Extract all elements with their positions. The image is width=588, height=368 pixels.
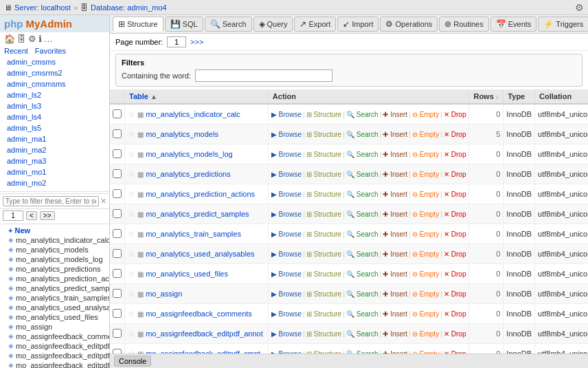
structure-link[interactable]: ⊞ Structure (306, 250, 341, 258)
drop-link[interactable]: ✕ Drop (444, 310, 466, 318)
star-icon[interactable]: ☆ (128, 269, 135, 279)
drop-link[interactable]: ✕ Drop (444, 290, 466, 298)
insert-link[interactable]: ✚ Insert (383, 191, 407, 198)
table-name-link[interactable]: mo_analytics_used_analysables (146, 250, 254, 258)
db-list-item[interactable]: admin_ma1 (0, 133, 109, 144)
row-checkbox[interactable] (113, 149, 122, 158)
star-icon[interactable]: ☆ (128, 289, 135, 299)
db-list-item[interactable]: admin_ls4 (0, 111, 109, 122)
empty-link[interactable]: ⊖ Empty (412, 191, 439, 198)
star-icon[interactable]: ☆ (128, 149, 135, 159)
more-sidebar-icon[interactable]: … (44, 34, 53, 44)
browse-link[interactable]: ▶ Browse (271, 290, 302, 298)
empty-link[interactable]: ⊖ Empty (412, 290, 439, 298)
browse-link[interactable]: ▶ Browse (271, 191, 302, 198)
drop-link[interactable]: ✕ Drop (444, 151, 466, 158)
row-checkbox[interactable] (113, 309, 122, 318)
table-name-link[interactable]: mo_analytics_train_samples (146, 230, 241, 238)
row-checkbox[interactable] (113, 249, 122, 258)
filter-input[interactable] (195, 69, 332, 82)
db-tree-item[interactable]: ◈mo_assign (0, 322, 109, 332)
empty-link[interactable]: ⊖ Empty (412, 250, 439, 258)
browse-link[interactable]: ▶ Browse (271, 111, 302, 118)
settings-icon[interactable]: ⚙ (28, 34, 36, 44)
search-link[interactable]: 🔍 Search (346, 171, 378, 178)
database-link[interactable]: Database: admin_mo4 (91, 3, 167, 12)
empty-link[interactable]: ⊖ Empty (412, 270, 439, 278)
browse-link[interactable]: ▶ Browse (271, 151, 302, 158)
tab-search[interactable]: 🔍Search (205, 17, 252, 32)
insert-link[interactable]: ✚ Insert (383, 290, 407, 298)
header-table[interactable]: Table ▲ (125, 89, 269, 104)
browse-link[interactable]: ▶ Browse (271, 210, 302, 218)
search-link[interactable]: 🔍 Search (346, 230, 378, 238)
tab-query[interactable]: ◈Query (253, 17, 293, 32)
drop-link[interactable]: ✕ Drop (444, 230, 466, 238)
info-icon[interactable]: ℹ (38, 34, 42, 44)
db-icon-sidebar[interactable]: 🗄 (17, 34, 26, 44)
db-tree-item[interactable]: ◈mo_analytics_used_files (0, 312, 109, 322)
structure-link[interactable]: ⊞ Structure (306, 111, 341, 118)
empty-link[interactable]: ⊖ Empty (412, 131, 439, 138)
gear-icon[interactable]: ⚙ (575, 2, 584, 13)
favorites-link[interactable]: Favorites (35, 47, 66, 55)
db-tree-item[interactable]: ◈mo_analytics_prediction_acti (0, 274, 109, 283)
db-filter-clear[interactable]: ✕ (100, 197, 106, 206)
row-checkbox[interactable] (113, 329, 122, 338)
table-name-link[interactable]: mo_analytics_models_log (146, 150, 233, 158)
star-icon[interactable]: ☆ (128, 329, 135, 338)
search-link[interactable]: 🔍 Search (346, 270, 378, 278)
db-list-item[interactable]: admin_mo3 (0, 188, 109, 190)
insert-link[interactable]: ✚ Insert (383, 210, 407, 218)
structure-link[interactable]: ⊞ Structure (306, 310, 341, 318)
browse-link[interactable]: ▶ Browse (271, 171, 302, 178)
empty-link[interactable]: ⊖ Empty (412, 210, 439, 218)
db-page-input[interactable] (3, 210, 23, 221)
db-tree-item[interactable]: ◈mo_assignfeedback_editpdf_ (0, 351, 109, 360)
search-link[interactable]: 🔍 Search (346, 210, 378, 218)
db-list-item[interactable]: admin_mo2 (0, 177, 109, 188)
row-checkbox[interactable] (113, 189, 122, 198)
insert-link[interactable]: ✚ Insert (383, 111, 407, 118)
console-button[interactable]: Console (114, 356, 151, 367)
db-tree-item[interactable]: ◈mo_analytics_indicator_calc (0, 235, 109, 245)
insert-link[interactable]: ✚ Insert (383, 250, 407, 258)
table-name-link[interactable]: mo_analytics_predict_samples (146, 210, 249, 218)
table-name-link[interactable]: mo_analytics_prediction_actions (146, 190, 255, 198)
drop-link[interactable]: ✕ Drop (444, 171, 466, 178)
db-tree-item[interactable]: ◈mo_analytics_used_analysab (0, 303, 109, 312)
tab-routines[interactable]: ⊛Routines (439, 17, 488, 32)
tab-import[interactable]: ↙Import (337, 17, 378, 32)
structure-link[interactable]: ⊞ Structure (306, 131, 341, 138)
db-tree-item[interactable]: ◈mo_analytics_models (0, 245, 109, 255)
table-name-link[interactable]: mo_assignfeedback_comments (146, 310, 252, 318)
db-list-item[interactable]: admin_cmsms (0, 56, 109, 67)
table-name-link[interactable]: mo_analytics_models (146, 130, 218, 138)
star-icon[interactable]: ☆ (128, 229, 135, 239)
structure-link[interactable]: ⊞ Structure (306, 210, 341, 218)
star-icon[interactable]: ☆ (128, 189, 135, 199)
row-checkbox[interactable] (113, 349, 122, 354)
db-nav-next[interactable]: >> (40, 211, 55, 220)
star-icon[interactable]: ☆ (128, 129, 135, 139)
db-list-item[interactable]: admin_ls3 (0, 100, 109, 111)
db-list-item[interactable]: admin_cmsmsms (0, 78, 109, 89)
search-link[interactable]: 🔍 Search (346, 151, 378, 158)
search-link[interactable]: 🔍 Search (346, 290, 378, 298)
star-icon[interactable]: ☆ (128, 309, 135, 318)
table-name-link[interactable]: mo_analytics_predictions (146, 170, 231, 178)
tab-structure[interactable]: ⊞Structure (113, 17, 163, 32)
row-checkbox[interactable] (113, 289, 122, 298)
search-link[interactable]: 🔍 Search (346, 330, 378, 338)
search-link[interactable]: 🔍 Search (346, 191, 378, 198)
empty-link[interactable]: ⊖ Empty (412, 171, 439, 178)
db-tree-item[interactable]: ◈mo_analytics_train_samples (0, 293, 109, 303)
empty-link[interactable]: ⊖ Empty (412, 310, 439, 318)
row-checkbox[interactable] (113, 269, 122, 278)
home-icon[interactable]: 🏠 (4, 34, 15, 44)
table-name-link[interactable]: mo_assignfeedback_editpdf_annot (146, 329, 263, 338)
empty-link[interactable]: ⊖ Empty (412, 330, 439, 338)
db-list-item[interactable]: admin_ma3 (0, 155, 109, 166)
insert-link[interactable]: ✚ Insert (383, 330, 407, 338)
star-icon[interactable]: ☆ (128, 249, 135, 259)
